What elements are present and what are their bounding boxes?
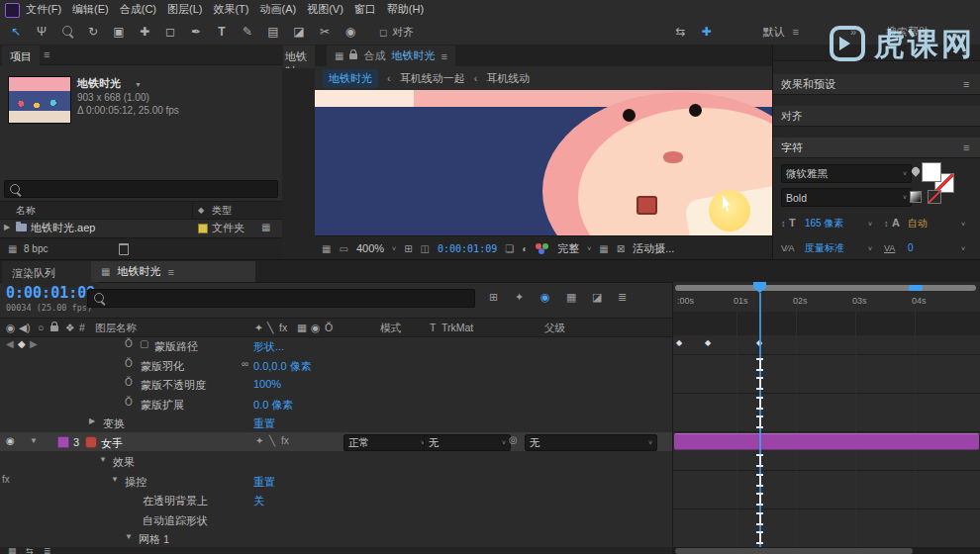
shy-layers-icon[interactable]: ◉ (540, 292, 550, 303)
column-type[interactable]: 类型 (212, 206, 232, 216)
column-mode[interactable]: 模式 (380, 323, 401, 333)
property-label[interactable]: 蒙版不透明度 (141, 378, 206, 393)
tab-composition[interactable]: ▦ 合成 地铁时光 ≡ (327, 46, 455, 66)
expander-icon[interactable]: ▼ (99, 456, 107, 464)
align-checkbox-icon[interactable]: ◻ (379, 27, 387, 38)
eyedropper-icon[interactable] (910, 165, 921, 176)
property-label[interactable]: 蒙版路径 (154, 339, 198, 354)
project-comp-name[interactable]: 地铁时光 (77, 78, 121, 89)
menu-file[interactable]: 文件(F) (26, 2, 61, 17)
effect-label[interactable]: 操控 (125, 475, 147, 490)
stopwatch-icon[interactable]: Ŏ (125, 339, 133, 349)
comp-name-dropdown-icon[interactable]: ▼ (135, 81, 142, 88)
align-panel-header[interactable]: 对齐 (773, 106, 980, 127)
column-layer-name[interactable]: 图层名称 (95, 323, 137, 333)
column-name[interactable]: 名称 (16, 206, 36, 216)
menu-edit[interactable]: 编辑(E) (72, 2, 109, 17)
timeline-search-input[interactable] (87, 289, 475, 308)
tab-timeline-comp[interactable]: ▦ 地铁时光 ≡ (91, 261, 255, 282)
motion-blur-icon[interactable]: ◪ (592, 292, 602, 303)
breadcrumb-item[interactable]: 耳机线动 (486, 71, 530, 86)
column-trkmat[interactable]: TrkMat (441, 323, 473, 333)
leading-value[interactable]: 自动 (908, 219, 928, 229)
camera-tool[interactable]: ▣ (110, 25, 128, 39)
work-area-marker[interactable] (909, 285, 923, 291)
menu-layer[interactable]: 图层(L) (167, 2, 202, 17)
menu-help[interactable]: 帮助(H) (387, 2, 424, 17)
project-bpc[interactable]: 8 bpc (24, 244, 48, 254)
snapping-icon[interactable]: ✚ (697, 25, 715, 39)
property-label[interactable]: 蒙版羽化 (141, 359, 184, 374)
property-row-mask-path[interactable]: ◀ ◆ ▶ Ŏ ▢ 蒙版路径 形状... (0, 335, 673, 354)
reset-link[interactable]: 重置 (253, 416, 275, 431)
group-row-transform[interactable]: ▶ 变换 重置 (0, 413, 673, 431)
workspace-menu-icon[interactable]: ≡ (792, 26, 798, 38)
zoom-level[interactable]: 400% (356, 242, 384, 254)
comp-viewport[interactable] (315, 90, 772, 235)
expander-icon[interactable]: ▼ (111, 476, 119, 484)
work-area-bar[interactable] (675, 285, 976, 291)
group-label[interactable]: 效果 (113, 455, 135, 470)
group-label[interactable]: 网格 1 (139, 532, 169, 547)
character-panel-menu-icon[interactable]: ≡ (963, 142, 969, 153)
lock-icon[interactable] (349, 53, 357, 59)
keyframe-icon[interactable]: ◆ (705, 339, 711, 347)
column-divider[interactable] (192, 202, 193, 219)
trkmat-select[interactable]: 无 ˅ (424, 434, 511, 451)
snapshot-icon[interactable]: ▭ (339, 243, 347, 254)
no-fill-swatch[interactable] (928, 190, 941, 204)
tracking-value[interactable]: 0 (908, 243, 914, 253)
transparency-grid-icon[interactable]: ◐ (522, 243, 528, 254)
stopwatch-icon[interactable]: Ŏ (125, 378, 133, 388)
character-panel-header[interactable]: 字符 ≡ (773, 138, 980, 158)
stopwatch-icon[interactable]: Ŏ (125, 398, 133, 408)
expand-layers-icon[interactable]: ▦ (8, 547, 17, 554)
timeline-panel-menu-icon[interactable]: ≡ (167, 266, 173, 278)
anchor-badge[interactable] (637, 196, 657, 215)
resolution-dropdown-icon[interactable]: ˅ (587, 245, 591, 252)
item-label-swatch[interactable] (198, 224, 208, 233)
chevron-down-icon[interactable]: ˅ (868, 245, 872, 252)
column-t[interactable]: T (430, 323, 436, 333)
frame-blend-icon[interactable]: ▦ (566, 292, 576, 303)
type-tool[interactable]: T (213, 25, 231, 39)
effect-row-puppet[interactable]: fx ▼ 操控 重置 (0, 471, 673, 490)
group-row-mesh[interactable]: ▼ 网格 1 (0, 528, 673, 547)
reset-link[interactable]: 重置 (253, 475, 275, 490)
breadcrumb-item[interactable]: 耳机线动一起 (400, 71, 465, 86)
project-item-row[interactable]: ▶ 地铁时光.aep 文件夹 ▦ (0, 219, 282, 235)
menu-composition[interactable]: 合成(C) (120, 2, 156, 17)
property-label[interactable]: 在透明背景上 (143, 494, 208, 508)
property-value[interactable]: 100% (253, 378, 281, 390)
keyframe-icon[interactable]: ◆ (676, 339, 682, 347)
blend-mode-select[interactable]: 正常 ˅ (343, 434, 430, 451)
puppet-pin-tool[interactable]: ◉ (342, 25, 359, 39)
resolution-select[interactable]: 完整 (557, 241, 579, 256)
comp-current-time[interactable]: 0:00:01:09 (438, 243, 497, 254)
align-toggle[interactable]: ◻ 对齐 (379, 25, 414, 40)
stopwatch-icon[interactable]: Ŏ (125, 359, 133, 369)
property-value[interactable]: 形状... (253, 339, 284, 354)
workspace-selector[interactable]: 默认 (762, 25, 784, 40)
menu-animation[interactable]: 动画(A) (260, 2, 297, 17)
layer-duration-bar[interactable] (674, 433, 979, 450)
roto-brush-tool[interactable]: ✂ (316, 25, 334, 39)
property-row-auto-trace[interactable]: 自动追踪形状 (0, 509, 673, 528)
parent-pickwhip-icon[interactable]: ◎ (509, 435, 518, 445)
quality-switch-icon[interactable]: ✦ (255, 436, 263, 446)
effects-presets-menu-icon[interactable]: ≡ (963, 79, 969, 90)
effects-presets-panel-header[interactable]: 效果和预设 ≡ (773, 74, 980, 95)
zoom-tool[interactable] (58, 25, 76, 39)
motion-path-icon[interactable]: ⇆ (671, 25, 689, 39)
breadcrumb-active[interactable]: 地铁时光 (323, 69, 378, 88)
item-expander-icon[interactable]: ▶ (4, 224, 10, 231)
clone-stamp-tool[interactable]: ▤ (264, 25, 282, 39)
property-value[interactable]: 0.0,0.0 像素 (253, 359, 312, 374)
timeline-current-time[interactable]: 0:00:01:09 (6, 286, 95, 301)
menu-view[interactable]: 视图(V) (307, 2, 343, 17)
grid-guides-icon[interactable]: ⊞ (404, 243, 412, 254)
swap-columns-icon[interactable]: ⇆ (26, 547, 34, 554)
menu-window[interactable]: 窗口 (354, 2, 376, 17)
fast-previews-icon[interactable]: ▦ (599, 243, 608, 254)
font-style-select[interactable]: Bold ˅ (781, 188, 912, 207)
